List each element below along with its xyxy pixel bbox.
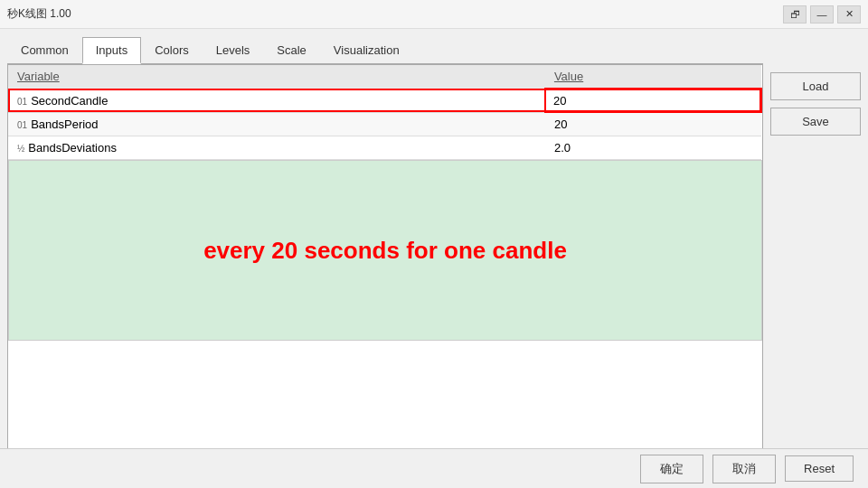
minimize-button[interactable]: — [810, 5, 834, 23]
reset-button[interactable]: Reset [785, 455, 854, 482]
variable-cell: ½BandsDeviations [8, 136, 545, 160]
left-panel: Common Inputs Colors Levels Scale Visual… [7, 36, 763, 481]
variable-cell: 01SecondCandle [8, 89, 545, 112]
window-title: 秒K线图 1.00 [7, 6, 71, 22]
close-button[interactable]: ✕ [837, 5, 861, 23]
variable-name: SecondCandle [31, 94, 108, 108]
main-container: Common Inputs Colors Levels Scale Visual… [0, 29, 868, 488]
info-area: every 20 seconds for one candle [8, 160, 762, 341]
value-cell[interactable]: 2.0 [545, 136, 761, 160]
type-badge: 01 [17, 120, 27, 130]
col-header-value: Value [545, 65, 761, 89]
confirm-button[interactable]: 确定 [640, 455, 703, 483]
type-badge: 01 [17, 97, 27, 107]
bottom-bar: 确定 取消 Reset [0, 448, 868, 488]
cancel-button[interactable]: 取消 [712, 455, 776, 483]
restore-button[interactable]: 🗗 [783, 5, 807, 23]
window-controls: 🗗 — ✕ [783, 5, 861, 23]
variable-cell: 01BandsPeriod [8, 112, 545, 136]
variable-name: BandsPeriod [31, 117, 98, 131]
right-panel: Load Save [770, 36, 861, 481]
table-row[interactable]: ½BandsDeviations2.0 [8, 136, 761, 160]
value-cell[interactable]: 20 [545, 89, 761, 112]
tab-scale[interactable]: Scale [263, 37, 320, 64]
value-cell[interactable]: 20 [545, 112, 761, 136]
tab-common[interactable]: Common [7, 37, 82, 64]
param-table: Variable Value 01SecondCandle2001BandsPe… [8, 65, 762, 160]
tab-colors[interactable]: Colors [141, 37, 203, 64]
content-area: Variable Value 01SecondCandle2001BandsPe… [7, 65, 763, 481]
tab-levels[interactable]: Levels [203, 37, 264, 64]
load-button[interactable]: Load [770, 72, 861, 100]
tab-visualization[interactable]: Visualization [320, 37, 413, 64]
col-header-variable: Variable [8, 65, 545, 89]
tabs: Common Inputs Colors Levels Scale Visual… [7, 36, 763, 65]
info-text: every 20 seconds for one candle [203, 237, 567, 265]
save-button[interactable]: Save [770, 108, 861, 136]
variable-name: BandsDeviations [28, 141, 117, 155]
type-badge: ½ [17, 144, 24, 154]
table-row[interactable]: 01SecondCandle20 [8, 89, 761, 112]
table-row[interactable]: 01BandsPeriod20 [8, 112, 761, 136]
tab-inputs[interactable]: Inputs [82, 37, 141, 64]
title-bar: 秒K线图 1.00 🗗 — ✕ [0, 0, 868, 29]
